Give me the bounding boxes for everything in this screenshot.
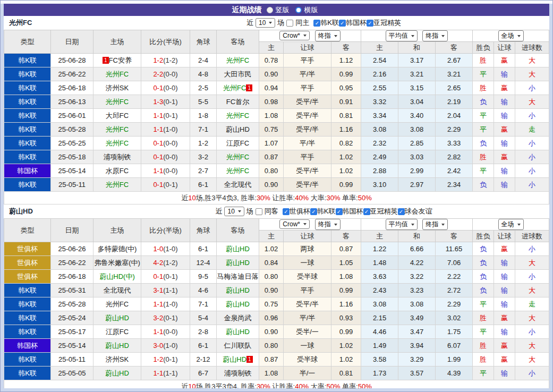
avg-draw-cell: 3.04 xyxy=(398,95,436,109)
halftime-score: (1-0) xyxy=(163,342,177,350)
col-odds-handicap: 让球 xyxy=(284,231,331,242)
odds-home-cell: 0.90 xyxy=(259,325,284,339)
league-checkbox[interactable]: ✓ xyxy=(283,208,290,215)
average-select[interactable]: 平均值 xyxy=(386,219,418,230)
same-away-checkbox[interactable] xyxy=(256,208,262,215)
date-cell: 25-06-18 xyxy=(51,270,93,284)
team-label: 光州FC xyxy=(226,153,249,161)
team-label: 全北现代 xyxy=(104,286,131,294)
league-label[interactable]: 韩国杯 xyxy=(346,18,367,28)
asia-odds-group: Crow* 终指 xyxy=(259,219,361,231)
goals-result-cell: 大 xyxy=(515,256,549,270)
league-checkbox[interactable]: ✓ xyxy=(336,208,343,215)
team-label: 江原FC xyxy=(226,139,249,147)
league-label[interactable]: 韩K联 xyxy=(317,207,336,216)
col-result-goals: 进球数 xyxy=(515,231,549,242)
away-team-cell: 大田市民 xyxy=(217,67,259,81)
away-team-cell: 蔚山HD xyxy=(217,256,259,270)
league-checkbox[interactable]: ✓ xyxy=(367,20,373,27)
bookmaker-select[interactable]: Crow* xyxy=(279,31,310,40)
home-team-cell: 济州SK xyxy=(93,81,141,95)
corners-cell: 6-1 xyxy=(190,339,217,353)
odds-away-cell: 0.93 xyxy=(331,311,361,325)
col-avg-away: 客 xyxy=(436,231,473,242)
same-away-label[interactable]: 同客 xyxy=(265,207,278,216)
radio-vertical-label[interactable]: 竖版 xyxy=(276,5,290,15)
team-label: 弗鲁米嫩塞(中) xyxy=(94,259,140,267)
league-label[interactable]: 亚冠精英 xyxy=(373,18,401,28)
radio-horizontal-label[interactable]: 横版 xyxy=(304,5,318,15)
date-cell: 25-06-28 xyxy=(51,54,93,67)
date-cell: 25-05-11 xyxy=(51,353,93,367)
league-label[interactable]: 世俱杯 xyxy=(290,207,310,216)
goals-result-cell: 小 xyxy=(515,242,549,256)
away-team-cell: 光州FC xyxy=(217,150,259,164)
table-row: 韩国杯25-05-14水原FC1-1(0-0)2-7光州FC0.80受平/半1.… xyxy=(4,164,549,178)
league-type-cell: 韩K联 xyxy=(4,178,51,192)
home-team-cell: 浦项制铁 xyxy=(93,150,141,164)
league-checkbox[interactable]: ✓ xyxy=(363,208,370,215)
corners-cell: 2-5 xyxy=(190,81,217,95)
away-team-cell: 蔚山HD xyxy=(217,297,259,311)
summary-row: 近10场,胜3平4负3, 胜率:30% 让胜率:40% 大率:30% 单率:50… xyxy=(4,192,549,204)
bookmaker-select[interactable]: Crow* xyxy=(279,219,310,229)
final-odds-select[interactable]: 终指 xyxy=(315,30,341,41)
radio-horizontal-icon[interactable] xyxy=(295,7,302,13)
date-cell: 25-05-24 xyxy=(51,311,93,325)
league-label[interactable]: 球会友谊 xyxy=(405,207,432,216)
wdl-result-cell: 平 xyxy=(473,123,494,137)
recent-label: 近 xyxy=(246,18,253,28)
final-odds-select-2[interactable]: 终指 xyxy=(422,30,448,41)
full-match-select[interactable]: 全场 xyxy=(498,219,524,230)
league-checkbox[interactable]: ✓ xyxy=(339,20,346,27)
odds-home-cell: 0.87 xyxy=(259,353,284,367)
score-cell: 0-1(0-1) xyxy=(141,270,190,284)
team-label: 仁川联队 xyxy=(224,342,252,350)
same-home-checkbox[interactable] xyxy=(286,20,293,27)
avg-away-cell: 1.75 xyxy=(436,325,473,339)
avg-away-cell: 2.29 xyxy=(436,297,473,311)
league-label[interactable]: 韩K联 xyxy=(320,18,339,28)
recent-count-select[interactable]: 10 xyxy=(256,18,275,28)
goals-result-cell: 小 xyxy=(515,367,549,380)
full-match-select[interactable]: 全场 xyxy=(498,30,524,41)
table-row: 韩K联25-05-28光州FC1-1(1-0)7-1蔚山HD0.75受平/半1.… xyxy=(4,123,549,137)
recent-count-value: 10 xyxy=(227,208,234,215)
col-home: 主场 xyxy=(93,219,141,242)
goals-result-cell: 小 xyxy=(515,81,549,95)
handicap-result-cell: 输 xyxy=(494,284,515,297)
halftime-score: (0-0) xyxy=(163,328,177,336)
chevron-down-icon xyxy=(411,224,414,226)
recent-label: 近 xyxy=(215,207,222,216)
avg-odds-group: 平均值 终指 xyxy=(361,219,473,231)
table-row: 韩K联25-05-18浦项制铁0-1(0-0)3-2光州FC0.87平手1.02… xyxy=(4,150,549,164)
avg-away-cell: 2.04 xyxy=(436,109,473,123)
avg-away-cell: 3.02 xyxy=(436,311,473,325)
team-name: 蔚山HD xyxy=(4,207,98,216)
final-odds-select[interactable]: 终指 xyxy=(315,219,341,230)
league-checkbox[interactable]: ✓ xyxy=(313,20,320,27)
summary-text: 50% xyxy=(358,194,372,202)
average-select[interactable]: 平均值 xyxy=(386,30,418,41)
result-group: 全场 xyxy=(473,30,549,42)
league-label[interactable]: 亚冠精英 xyxy=(370,207,398,216)
recent-count-select[interactable]: 10 xyxy=(224,207,244,216)
red-card-badge: 1 xyxy=(103,57,109,64)
league-checkbox[interactable]: ✓ xyxy=(398,208,405,215)
odds-away-cell: 1.12 xyxy=(331,54,361,67)
handicap-result-cell: 赢 xyxy=(494,123,515,137)
league-checkbox[interactable]: ✓ xyxy=(310,208,317,215)
col-score: 比分(半场) xyxy=(141,219,190,242)
team-label: 蔚山HD xyxy=(226,300,250,308)
odds-home-cell: 0.94 xyxy=(259,81,284,95)
handicap-result-cell: 赢 xyxy=(494,81,515,95)
league-type-cell: 韩K联 xyxy=(4,297,51,311)
radio-vertical-icon[interactable] xyxy=(267,7,273,13)
corners-cell: 2-7 xyxy=(190,164,217,178)
same-home-label[interactable]: 同主 xyxy=(295,18,309,28)
league-filter: ✓韩国杯 xyxy=(336,207,363,216)
league-label[interactable]: 韩国杯 xyxy=(343,207,363,216)
table-row: 韩K联25-05-11光州FC0-1(0-1)6-1全北现代0.90受平/半0.… xyxy=(4,178,549,192)
final-odds-select-2[interactable]: 终指 xyxy=(422,219,448,230)
summary-text: 50% xyxy=(358,382,372,389)
